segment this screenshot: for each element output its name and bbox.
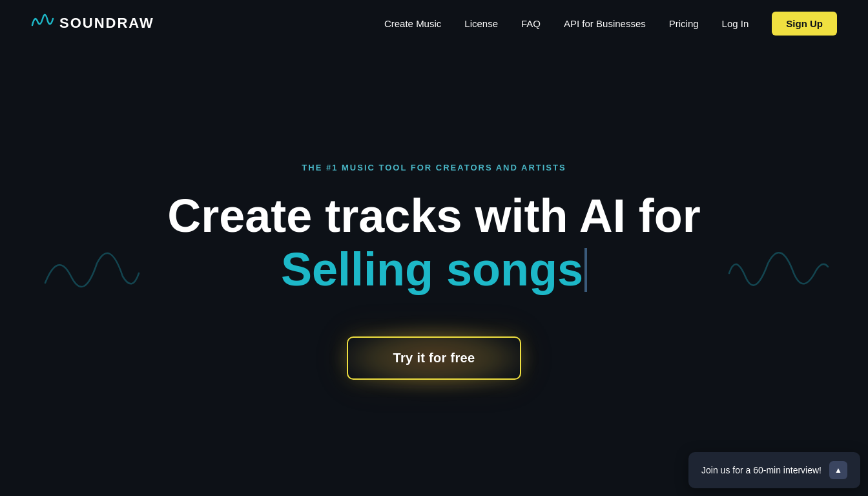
wave-decoration-right	[726, 244, 829, 298]
nav-license[interactable]: License	[464, 18, 498, 29]
wave-decoration-left	[39, 244, 142, 298]
hero-title-line1: Create tracks with AI for	[167, 191, 701, 242]
chat-bubble[interactable]: Join us for a 60-min interview! ▲	[688, 452, 860, 488]
hero-title-line2: Selling songs	[281, 242, 587, 297]
chat-expand-button[interactable]: ▲	[829, 461, 847, 479]
nav-create-music[interactable]: Create Music	[384, 18, 441, 29]
logo-icon	[31, 12, 54, 34]
nav-links: Create Music License FAQ API for Busines…	[384, 12, 837, 36]
logo[interactable]: SOUNDRAW	[31, 12, 154, 34]
nav-api[interactable]: API for Businesses	[564, 18, 646, 29]
signup-button[interactable]: Sign Up	[772, 12, 837, 36]
logo-text: SOUNDRAW	[59, 15, 154, 32]
try-free-button[interactable]: Try it for free	[347, 336, 522, 380]
chat-text: Join us for a 60-min interview!	[701, 465, 822, 475]
cursor-bar	[584, 248, 587, 292]
cta-wrapper: Try it for free	[347, 336, 522, 380]
hero-section: THE #1 MUSIC TOOL FOR CREATORS AND ARTIS…	[0, 46, 868, 496]
nav-pricing[interactable]: Pricing	[669, 18, 699, 29]
hero-animated-text: Selling songs	[281, 242, 583, 297]
hero-subtitle: THE #1 MUSIC TOOL FOR CREATORS AND ARTIS…	[302, 163, 566, 172]
nav-faq[interactable]: FAQ	[521, 18, 541, 29]
navbar: SOUNDRAW Create Music License FAQ API fo…	[0, 0, 868, 46]
login-button[interactable]: Log In	[722, 18, 749, 29]
